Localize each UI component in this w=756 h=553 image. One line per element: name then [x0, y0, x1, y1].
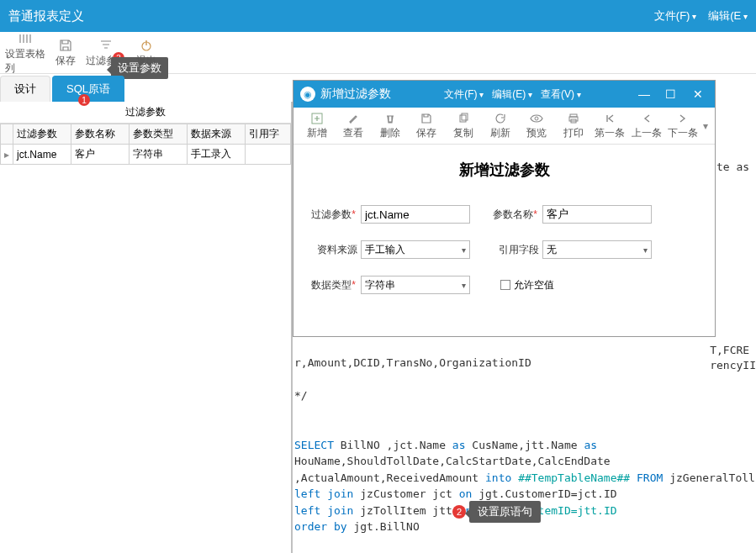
col-source[interactable]: 数据来源 [187, 124, 245, 145]
cell-name[interactable]: 客户 [71, 145, 129, 165]
filter-label: 过滤参数* [310, 208, 357, 222]
badge-1: 1 [78, 94, 90, 106]
source-label: 资料来源 [310, 243, 357, 257]
main-menus: 文件(F) 编辑(E [654, 8, 748, 24]
main-titlebar: 普通报表定义 文件(F) 编辑(E [0, 0, 756, 32]
menu-file[interactable]: 文件(F) [654, 8, 696, 24]
exit-button[interactable]: 退出 [126, 37, 167, 68]
print-icon [568, 111, 579, 126]
set-columns-button[interactable]: 设置表格列 [5, 30, 45, 76]
table-row[interactable]: ▸ jct.Name 客户 字符串 手工录入 [1, 145, 291, 165]
filter-input[interactable] [361, 205, 470, 224]
dialog-body: 新增过滤参数 过滤参数* 参数名称* 资料来源 手工输入 引用字段 无 数据 [293, 145, 715, 336]
new-button[interactable]: 新增 [299, 111, 336, 140]
cell-type[interactable]: 字符串 [129, 145, 187, 165]
allow-null-label: 允许空值 [514, 278, 554, 292]
maximize-icon[interactable]: ☐ [661, 87, 681, 101]
filter-grid-title: 过滤参数 [0, 102, 291, 124]
dialog-title: ◉ 新增过滤参数 [300, 87, 391, 102]
dlg-save-button[interactable]: 保存 [409, 111, 446, 140]
type-select[interactable]: 字符串 [361, 276, 470, 294]
refresh-icon [494, 111, 506, 126]
source-select[interactable]: 手工输入 [361, 240, 470, 259]
view-button[interactable]: 查看 [336, 111, 373, 140]
left-pane: 过滤参数 过滤参数 参数名称 参数类型 数据来源 引用字 ▸ jct.Name … [0, 102, 293, 553]
next-icon [678, 111, 688, 126]
tab-design[interactable]: 设计 [0, 76, 50, 102]
app-title: 普通报表定义 [8, 8, 84, 24]
app-logo-icon: ◉ [300, 87, 315, 102]
cell-ref[interactable] [245, 145, 290, 165]
copy-button[interactable]: 复制 [445, 111, 482, 140]
copy-icon [457, 111, 469, 126]
toolbar-overflow-icon[interactable]: ▾ [701, 120, 710, 132]
filter-icon [99, 37, 113, 54]
minimize-icon[interactable]: — [634, 87, 654, 101]
add-filter-dialog: ◉ 新增过滤参数 文件(F) 编辑(E) 查看(V) — ☐ ✕ 新增 查看 删… [293, 80, 716, 337]
edit-icon [347, 111, 359, 126]
delete-button[interactable]: 删除 [372, 111, 409, 140]
col-filter[interactable]: 过滤参数 [13, 124, 71, 145]
prev-button[interactable]: 上一条 [628, 111, 665, 140]
print-button[interactable]: 打印 [555, 111, 592, 140]
filter-grid[interactable]: 过滤参数 参数名称 参数类型 数据来源 引用字 ▸ jct.Name 客户 字符… [0, 124, 291, 165]
row-marker-icon: ▸ [1, 145, 13, 165]
tab-sql[interactable]: SQL原语 1 [52, 76, 124, 102]
first-icon [604, 111, 616, 126]
svg-rect-3 [462, 113, 468, 120]
dlg-menu-file[interactable]: 文件(F) [444, 87, 484, 102]
set-sql-tooltip: 设置原语句 [469, 501, 541, 523]
close-icon[interactable]: ✕ [688, 87, 708, 101]
name-label: 参数名称* [492, 208, 539, 222]
code-fragment-right: ate as T,FCRE rencyII [710, 160, 756, 374]
dialog-titlebar[interactable]: ◉ 新增过滤参数 文件(F) 编辑(E) 查看(V) — ☐ ✕ [293, 81, 715, 108]
svg-point-4 [535, 117, 538, 120]
col-type[interactable]: 参数类型 [129, 124, 187, 145]
trash-icon [384, 111, 396, 126]
ref-label: 引用字段 [492, 243, 539, 257]
svg-rect-2 [460, 115, 466, 122]
cell-filter[interactable]: jct.Name [13, 145, 71, 165]
preview-button[interactable]: 预览 [518, 111, 555, 140]
first-button[interactable]: 第一条 [591, 111, 628, 140]
cell-source[interactable]: 手工录入 [187, 145, 245, 165]
dialog-toolbar: 新增 查看 删除 保存 复制 刷新 预览 打印 第一条 上一条 下一条 ▾ [293, 108, 715, 145]
row-marker-header [1, 124, 13, 145]
dlg-menu-edit[interactable]: 编辑(E) [492, 87, 532, 102]
name-input[interactable] [542, 205, 652, 224]
allow-null-checkbox[interactable] [500, 280, 510, 290]
save-icon [420, 111, 432, 126]
col-ref[interactable]: 引用字 [245, 124, 290, 145]
dialog-heading: 新增过滤参数 [310, 160, 698, 180]
prev-icon [642, 111, 652, 126]
next-button[interactable]: 下一条 [664, 111, 701, 140]
save-icon [59, 37, 72, 54]
dlg-menu-view[interactable]: 查看(V) [541, 87, 581, 102]
save-button[interactable]: 保存 [45, 37, 86, 68]
filter-params-button[interactable]: 过滤参数 3 设置参数 [86, 37, 126, 68]
dialog-window-buttons: — ☐ ✕ [634, 87, 708, 101]
ref-select[interactable]: 无 [542, 240, 652, 259]
dialog-menus: 文件(F) 编辑(E) 查看(V) [444, 87, 581, 102]
callout-2: 2 设置原语句 [452, 501, 541, 523]
bars-icon [19, 30, 32, 47]
main-toolbar: 设置表格列 保存 过滤参数 3 设置参数 退出 [0, 32, 756, 74]
plus-icon [311, 111, 323, 126]
col-name[interactable]: 参数名称 [71, 124, 129, 145]
refresh-button[interactable]: 刷新 [482, 111, 519, 140]
type-label: 数据类型* [310, 278, 357, 292]
badge-2: 2 [452, 505, 466, 519]
power-icon [140, 37, 153, 54]
menu-edit[interactable]: 编辑(E [708, 8, 748, 24]
eye-icon [530, 111, 543, 126]
